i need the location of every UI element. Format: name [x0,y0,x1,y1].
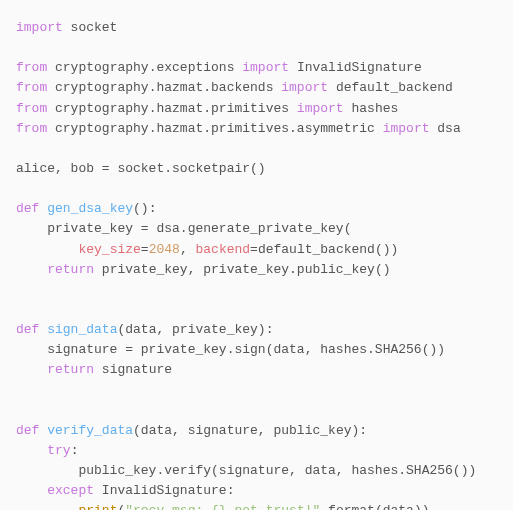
code-token: InvalidSignature: [94,483,234,498]
code-line: def verify_data(data, signature, public_… [16,421,497,441]
code-token: , [180,242,196,257]
code-line: private_key = dsa.generate_private_key( [16,219,497,239]
code-line: from cryptography.hazmat.primitives.asym… [16,119,497,139]
code-token: cryptography.exceptions [47,60,242,75]
code-token: alice, bob = socket.socketpair() [16,161,266,176]
code-token: verify_data [47,423,133,438]
code-line [16,280,497,300]
code-token [16,503,78,510]
code-token: def [16,423,47,438]
code-token: import [383,121,430,136]
code-line: from cryptography.exceptions import Inva… [16,58,497,78]
code-token: (data, signature, public_key): [133,423,367,438]
code-token: try [47,443,70,458]
code-token: "recv msg: {} not trust!" [125,503,320,510]
code-token: except [47,483,94,498]
code-line [16,179,497,199]
code-token: 2048 [149,242,180,257]
code-token: dsa [430,121,461,136]
code-token: import [16,20,63,35]
code-token [16,242,78,257]
code-token: InvalidSignature [289,60,422,75]
code-token [16,262,47,277]
code-token: backend [195,242,250,257]
code-token: import [242,60,289,75]
code-token: cryptography.hazmat.primitives [47,101,297,116]
code-line: key_size=2048, backend=default_backend()… [16,240,497,260]
code-line: signature = private_key.sign(data, hashe… [16,340,497,360]
code-token: signature [94,362,172,377]
code-token: (data, private_key): [117,322,273,337]
code-token: from [16,80,47,95]
code-token: signature = private_key.sign(data, hashe… [16,342,445,357]
code-token: (): [133,201,156,216]
code-token [16,483,47,498]
code-line: def gen_dsa_key(): [16,199,497,219]
code-token: def [16,201,47,216]
code-token: print [78,503,117,510]
code-token: from [16,101,47,116]
code-block: import socket from cryptography.exceptio… [16,18,497,510]
code-line: import socket [16,18,497,38]
code-token: sign_data [47,322,117,337]
code-token [16,362,47,377]
code-line [16,381,497,401]
code-token: default_backend [328,80,453,95]
code-line: def sign_data(data, private_key): [16,320,497,340]
code-token: cryptography.hazmat.backends [47,80,281,95]
code-token: private_key = dsa.generate_private_key( [16,221,351,236]
code-token: : [71,443,79,458]
code-line [16,38,497,58]
code-line: return signature [16,360,497,380]
code-line [16,300,497,320]
code-line: return private_key, private_key.public_k… [16,260,497,280]
code-token: def [16,322,47,337]
code-token: = [141,242,149,257]
code-line: public_key.verify(signature, data, hashe… [16,461,497,481]
code-token: import [281,80,328,95]
code-line: from cryptography.hazmat.primitives impo… [16,99,497,119]
code-token: from [16,121,47,136]
code-line: print("recv msg: {} not trust!".format(d… [16,501,497,510]
code-line: except InvalidSignature: [16,481,497,501]
code-token: from [16,60,47,75]
code-token: hashes [344,101,399,116]
code-token: return [47,262,94,277]
code-line [16,401,497,421]
code-token: public_key.verify(signature, data, hashe… [16,463,476,478]
code-line: try: [16,441,497,461]
code-token: .format(data)) [320,503,429,510]
code-token: socket [63,20,118,35]
code-token: return [47,362,94,377]
code-line: alice, bob = socket.socketpair() [16,159,497,179]
code-token [16,443,47,458]
code-line: from cryptography.hazmat.backends import… [16,78,497,98]
code-token: key_size [78,242,140,257]
code-token: gen_dsa_key [47,201,133,216]
code-token: cryptography.hazmat.primitives.asymmetri… [47,121,382,136]
code-token: import [297,101,344,116]
code-line [16,139,497,159]
code-token: =default_backend()) [250,242,398,257]
code-token: private_key, private_key.public_key() [94,262,390,277]
